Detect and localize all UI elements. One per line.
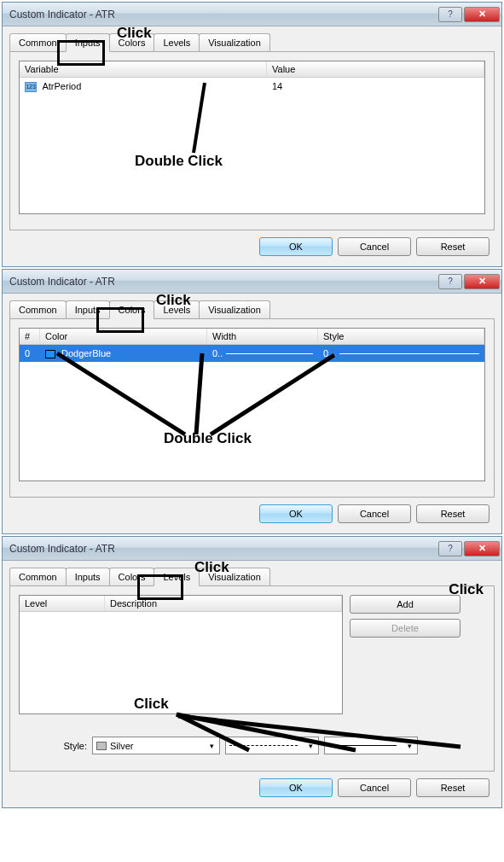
dialog-colors: Custom Indicator - ATR ? ✕ Click Common … <box>2 269 502 534</box>
input-row-atrperiod[interactable]: 123 AtrPeriod 14 <box>20 78 484 96</box>
tab-levels[interactable]: Levels <box>154 568 200 586</box>
style-value[interactable]: 0... <box>323 348 336 358</box>
titlebar: Custom Indicator - ATR ? ✕ <box>3 3 501 26</box>
style-width-combo[interactable]: ▾ <box>324 737 418 754</box>
window-title: Custom Indicator - ATR <box>9 543 438 555</box>
tab-colors[interactable]: Colors <box>109 300 155 319</box>
color-row-num: 0 <box>20 347 40 360</box>
color-name[interactable]: DodgerBlue <box>61 348 111 358</box>
col-level: Level <box>20 596 105 611</box>
close-button[interactable]: ✕ <box>464 541 500 556</box>
input-variable-value[interactable]: 14 <box>267 79 484 94</box>
style-color-combo[interactable]: Silver ▾ <box>92 737 220 754</box>
cancel-button[interactable]: Cancel <box>338 504 411 523</box>
col-style: Style <box>318 329 484 344</box>
ok-button[interactable]: OK <box>259 237 333 256</box>
tab-levels[interactable]: Levels <box>154 33 200 51</box>
tab-panel-inputs: Variable Value 123 AtrPeriod 14 Double C… <box>9 51 495 230</box>
tab-levels[interactable]: Levels <box>154 300 200 318</box>
help-button[interactable]: ? <box>438 541 462 556</box>
tab-visualization[interactable]: Visualization <box>199 300 270 318</box>
add-button[interactable]: Add <box>350 595 461 614</box>
width-value[interactable]: 0.. <box>212 348 223 358</box>
close-button[interactable]: ✕ <box>464 274 500 289</box>
dialog-inputs: Custom Indicator - ATR ? ✕ Click Common … <box>2 2 502 267</box>
dropdown-arrow-icon: ▾ <box>304 742 316 750</box>
tab-visualization[interactable]: Visualization <box>199 33 270 51</box>
tab-inputs[interactable]: Inputs <box>66 33 110 52</box>
tab-bar: Common Inputs Colors Levels Visualizatio… <box>9 33 495 51</box>
ok-button[interactable]: OK <box>259 778 333 797</box>
tab-common[interactable]: Common <box>9 568 67 585</box>
dialog-buttons: OK Cancel Reset <box>9 498 495 530</box>
reset-button[interactable]: Reset <box>416 504 490 523</box>
titlebar: Custom Indicator - ATR ? ✕ <box>3 537 501 561</box>
tab-bar: Common Inputs Colors Levels Visualizatio… <box>9 568 495 585</box>
tab-panel-levels: Click Level Description Add Delete Click <box>9 585 495 772</box>
dashed-line-preview <box>229 745 298 746</box>
width-preview-line <box>226 353 313 354</box>
dropdown-arrow-icon: ▾ <box>206 742 217 750</box>
dialog-buttons: OK Cancel Reset <box>9 230 495 263</box>
col-variable: Variable <box>20 61 267 77</box>
col-description: Description <box>105 596 342 611</box>
inputs-listview[interactable]: Variable Value 123 AtrPeriod 14 <box>19 61 485 214</box>
tab-inputs[interactable]: Inputs <box>66 568 110 585</box>
levels-listview[interactable]: Level Description <box>19 595 343 714</box>
col-value: Value <box>267 61 484 77</box>
tab-common[interactable]: Common <box>9 300 67 318</box>
cancel-button[interactable]: Cancel <box>338 237 411 256</box>
input-variable-name: AtrPeriod <box>42 81 81 91</box>
dodgerblue-swatch-icon <box>45 350 55 358</box>
window-title: Custom Indicator - ATR <box>9 9 438 20</box>
reset-button[interactable]: Reset <box>416 778 490 797</box>
delete-button[interactable]: Delete <box>350 619 461 638</box>
solid-line-preview <box>328 745 397 746</box>
tab-colors[interactable]: Colors <box>109 33 155 51</box>
style-pattern-combo[interactable]: ▾ <box>225 737 319 754</box>
help-button[interactable]: ? <box>438 7 462 22</box>
cancel-button[interactable]: Cancel <box>338 778 411 797</box>
dialog-levels: Custom Indicator - ATR ? ✕ Click Common … <box>2 536 502 808</box>
style-label: Style: <box>19 741 87 751</box>
reset-button[interactable]: Reset <box>416 237 490 256</box>
silver-swatch-icon <box>96 742 107 750</box>
style-preview-line <box>339 353 479 354</box>
window-title: Custom Indicator - ATR <box>9 276 438 288</box>
close-button[interactable]: ✕ <box>464 7 500 22</box>
colors-listview[interactable]: # Color Width Style 0 DodgerBlue 0.. <box>19 328 485 481</box>
inputs-list-header: Variable Value <box>20 61 484 78</box>
int-type-icon: 123 <box>25 82 37 92</box>
style-color-value: Silver <box>110 741 134 751</box>
color-row-0[interactable]: 0 DodgerBlue 0.. 0... <box>20 345 484 362</box>
style-row: Style: Silver ▾ ▾ ▾ <box>19 737 485 754</box>
levels-list-header: Level Description <box>20 596 342 612</box>
tab-visualization[interactable]: Visualization <box>199 568 270 585</box>
col-width: Width <box>207 329 318 344</box>
col-num: # <box>20 329 40 344</box>
help-button[interactable]: ? <box>438 274 462 289</box>
dropdown-arrow-icon: ▾ <box>403 742 415 750</box>
tab-colors[interactable]: Colors <box>109 568 155 585</box>
tab-inputs[interactable]: Inputs <box>66 300 110 318</box>
titlebar: Custom Indicator - ATR ? ✕ <box>3 270 501 294</box>
colors-list-header: # Color Width Style <box>20 329 484 345</box>
col-color: Color <box>40 329 207 344</box>
tab-panel-colors: # Color Width Style 0 DodgerBlue 0.. <box>9 318 495 498</box>
dialog-buttons: OK Cancel Reset <box>9 772 495 804</box>
tab-common[interactable]: Common <box>9 33 67 51</box>
ok-button[interactable]: OK <box>259 504 333 523</box>
tab-bar: Common Inputs Colors Levels Visualizatio… <box>9 300 495 318</box>
